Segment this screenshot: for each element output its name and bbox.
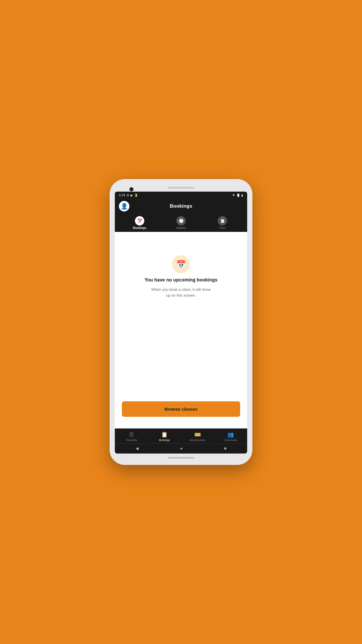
recents-button[interactable]: ■ [224, 446, 226, 451]
empty-state-icon: 📅 [172, 255, 190, 273]
community-nav-icon: 👥 [227, 431, 234, 438]
bottom-nav-community[interactable]: 👥 Community [214, 431, 247, 442]
home-indicator [168, 457, 194, 459]
bottom-nav-memberships[interactable]: 🎫 Memberships [181, 431, 214, 442]
bottom-nav: ☰ Timetable 📋 Bookings 🎫 Memberships 👥 C… [115, 428, 247, 454]
speaker [168, 187, 194, 189]
browse-classes-button[interactable]: Browse classes [122, 401, 240, 417]
sub-nav-past[interactable]: 📋 Past [202, 214, 243, 231]
empty-state: 📅 You have no upcoming bookings When you… [145, 255, 217, 298]
main-content: 📅 You have no upcoming bookings When you… [115, 232, 247, 428]
phone-screen: 2:24 ⚙ ▶ 🔋 ▼ ▐▌ ▮ 👤 Bookings [115, 192, 247, 454]
waitlist-tab-icon: 🕐 [176, 216, 186, 225]
status-bar: 2:24 ⚙ ▶ 🔋 ▼ ▐▌ ▮ [115, 192, 247, 199]
sub-nav-bookings[interactable]: 📅 Bookings [119, 214, 160, 231]
battery-status-icon: 🔋 [134, 194, 138, 197]
bottom-nav-controls: ◀ ● ■ [115, 443, 247, 454]
bookings-nav-icon: 📋 [161, 431, 168, 438]
sub-nav: 📅 Bookings 🕐 Waitlist 📋 Past [119, 214, 243, 232]
memberships-nav-label: Memberships [190, 439, 205, 442]
phone-device: 2:24 ⚙ ▶ 🔋 ▼ ▐▌ ▮ 👤 Bookings [110, 179, 252, 465]
home-button[interactable]: ● [180, 446, 182, 451]
play-icon: ▶ [131, 194, 133, 197]
sub-nav-waitlist[interactable]: 🕐 Waitlist [160, 214, 202, 231]
status-right: ▼ ▐▌ ▮ [232, 193, 243, 197]
bookings-tab-icon: 📅 [135, 216, 144, 225]
bookings-tab-label: Bookings [133, 226, 146, 230]
empty-state-title: You have no upcoming bookings [145, 277, 217, 283]
timetable-nav-icon: ☰ [129, 431, 134, 438]
gear-icon: ⚙ [126, 194, 129, 197]
waitlist-tab-label: Waitlist [176, 226, 186, 230]
bookings-nav-label: Bookings [159, 439, 170, 442]
status-time: 2:24 [119, 193, 125, 197]
status-left: 2:24 ⚙ ▶ 🔋 [119, 193, 138, 197]
past-tab-label: Past [219, 226, 225, 230]
back-button[interactable]: ◀ [136, 446, 139, 451]
timetable-nav-label: Timetable [126, 439, 137, 442]
empty-state-subtitle: When you book a class, it will show up o… [149, 287, 213, 298]
battery-icon: ▮ [241, 194, 243, 197]
past-tab-icon: 📋 [218, 216, 227, 225]
bottom-nav-bookings[interactable]: 📋 Bookings [148, 431, 181, 442]
phone-bottom-bar [115, 454, 247, 460]
header-top: 👤 Bookings [119, 201, 243, 214]
phone-top-bar [115, 184, 247, 192]
page-title: Bookings [129, 203, 233, 209]
signal-icon: ▐▌ [236, 194, 240, 197]
avatar[interactable]: 👤 [119, 201, 129, 211]
community-nav-label: Community [224, 439, 237, 442]
memberships-nav-icon: 🎫 [194, 431, 201, 438]
avatar-icon: 👤 [121, 203, 128, 210]
bottom-nav-items: ☰ Timetable 📋 Bookings 🎫 Memberships 👥 C… [115, 428, 247, 443]
camera [129, 187, 133, 191]
wifi-icon: ▼ [232, 193, 235, 197]
bottom-nav-timetable[interactable]: ☰ Timetable [115, 431, 148, 442]
app-header: 👤 Bookings 📅 Bookings 🕐 Waitlist 📋 Past [115, 199, 247, 232]
